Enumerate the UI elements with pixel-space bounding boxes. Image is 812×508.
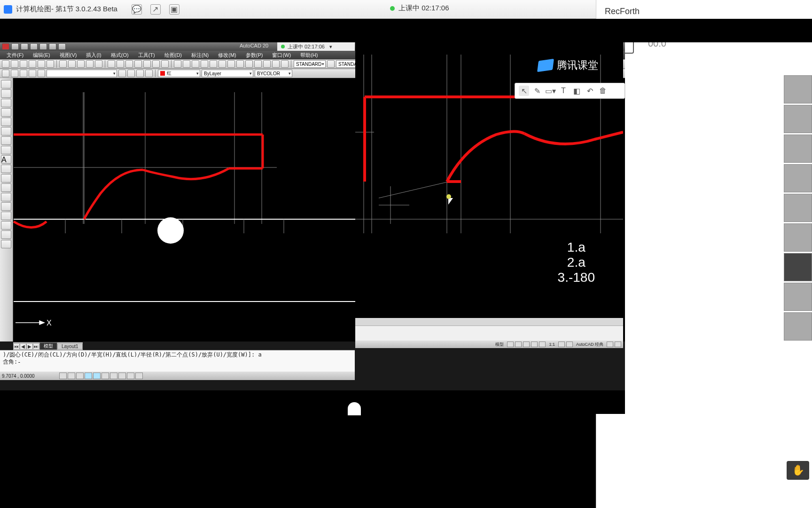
tb-button[interactable] (327, 60, 335, 68)
hatch-button[interactable] (1, 146, 11, 154)
textstyle-combo[interactable]: STANDARD (294, 60, 326, 68)
tb-button[interactable] (134, 60, 142, 68)
eraser-tool-icon[interactable]: ◧ (571, 86, 582, 96)
lwt-toggle[interactable] (127, 373, 134, 379)
qat-button[interactable] (2, 43, 9, 50)
tb-button[interactable] (2, 60, 9, 68)
menu-view[interactable]: 视图(V) (56, 52, 81, 59)
table-button[interactable] (1, 183, 11, 192)
region-button[interactable] (1, 174, 11, 183)
grid-toggle[interactable] (68, 373, 75, 379)
menu-format[interactable]: 格式(O) (107, 52, 133, 59)
osnap-toggle[interactable] (93, 373, 101, 379)
text-a-button[interactable]: A (1, 155, 11, 164)
tb-button[interactable] (20, 60, 27, 68)
qat-print-button[interactable] (58, 43, 66, 50)
circle-button[interactable] (1, 99, 11, 107)
rect-button[interactable] (1, 118, 11, 126)
tb-button[interactable] (127, 70, 135, 77)
qat-redo-button[interactable] (49, 43, 56, 50)
donut-button[interactable] (1, 221, 11, 230)
polar-toggle[interactable] (85, 373, 92, 379)
tb-button[interactable] (245, 60, 253, 68)
qat-open-button[interactable] (21, 43, 28, 50)
pen-tool-icon[interactable]: ✎ (532, 86, 542, 96)
revcloud-button[interactable] (1, 212, 11, 220)
tb-button[interactable] (77, 60, 85, 68)
ducs-toggle[interactable] (110, 373, 117, 379)
tb-button[interactable] (47, 60, 54, 68)
line-button[interactable] (1, 80, 11, 88)
command-input[interactable] (17, 359, 158, 365)
qat-new-button[interactable] (11, 43, 19, 50)
tb-button[interactable] (174, 60, 181, 68)
tb-button[interactable] (254, 60, 262, 68)
boundary-button[interactable] (1, 230, 11, 239)
point-button[interactable] (1, 165, 11, 173)
tb-button[interactable] (68, 60, 76, 68)
mini-toggle[interactable] (531, 341, 538, 347)
mini-toggle[interactable] (523, 341, 530, 347)
tb-button[interactable] (152, 60, 160, 68)
tb-button[interactable] (118, 70, 126, 77)
mini-toggle[interactable] (607, 341, 613, 347)
command-window[interactable]: )/圆心(CE)/闭合(CL)/方向(D)/半宽(H)/直线(L)/半径(R)/… (0, 350, 355, 372)
tb-button[interactable] (38, 70, 45, 77)
mini-model-label[interactable]: 模型 (493, 341, 506, 348)
qat-save-button[interactable] (30, 43, 38, 50)
tb-button[interactable] (11, 60, 18, 68)
thumb-item[interactable] (784, 194, 812, 222)
tb-button[interactable] (272, 60, 280, 68)
tb-button[interactable] (161, 60, 169, 68)
wipeout-button[interactable] (1, 240, 11, 248)
chat-icon[interactable]: 💬 (132, 4, 142, 15)
tb-button[interactable] (227, 60, 235, 68)
right-scrollbar[interactable] (355, 318, 623, 325)
thumb-item[interactable] (784, 75, 812, 103)
tab-layout1[interactable]: Layout1 (57, 343, 83, 349)
tb-button[interactable] (29, 70, 36, 77)
mini-workspace[interactable]: AutoCAD 经典 (574, 341, 605, 348)
thumb-item[interactable] (784, 312, 812, 341)
tb-button[interactable] (183, 60, 190, 68)
tb-button[interactable] (117, 60, 124, 68)
qat-undo-button[interactable] (39, 43, 47, 50)
tb-button[interactable] (11, 70, 18, 77)
menu-tools[interactable]: 工具(T) (134, 52, 159, 59)
menu-dimension[interactable]: 标注(N) (187, 52, 212, 59)
bottom-slider-handle[interactable] (348, 402, 361, 415)
linetype-combo[interactable]: ByLayer (202, 70, 253, 77)
tb-button[interactable] (236, 60, 244, 68)
spline-button[interactable] (1, 136, 11, 145)
tb-button[interactable] (201, 60, 208, 68)
tb-button[interactable] (2, 70, 9, 77)
menu-window[interactable]: 窗口(W) (268, 52, 295, 59)
menu-edit[interactable]: 编辑(E) (29, 52, 54, 59)
raise-hand-icon[interactable]: ✋ (787, 461, 809, 480)
menu-draw[interactable]: 绘图(D) (161, 52, 186, 59)
tb-button[interactable] (210, 60, 217, 68)
thumb-item[interactable] (784, 135, 812, 163)
tb-button[interactable] (192, 60, 199, 68)
mini-scale[interactable]: 1:1 (547, 342, 557, 347)
tb-button[interactable] (219, 60, 226, 68)
share-icon[interactable]: ↗ (150, 4, 161, 15)
tb-button[interactable] (86, 60, 94, 68)
ellipse-button[interactable] (1, 127, 11, 135)
stop-icon[interactable]: ▣ (169, 4, 180, 15)
tb-button[interactable] (145, 70, 153, 77)
mini-toggle[interactable] (566, 341, 573, 347)
menu-file[interactable]: 文件(F) (3, 52, 27, 59)
mini-toggle[interactable] (515, 341, 522, 347)
tab-last-button[interactable]: ⏭ (33, 343, 39, 349)
thumb-item[interactable] (784, 253, 812, 281)
polyline-button[interactable] (1, 89, 11, 98)
qp-toggle[interactable] (135, 373, 143, 379)
tab-model[interactable]: 模型 (39, 342, 57, 350)
menu-modify[interactable]: 修改(M) (214, 52, 240, 59)
tb-button[interactable] (263, 60, 271, 68)
cad-title-status[interactable]: 上课中 02:17:06 ▾ (277, 42, 355, 51)
mini-toggle[interactable] (558, 341, 565, 347)
rect-tool-icon[interactable]: ▭▾ (545, 86, 555, 96)
mini-toggle[interactable] (539, 341, 546, 347)
